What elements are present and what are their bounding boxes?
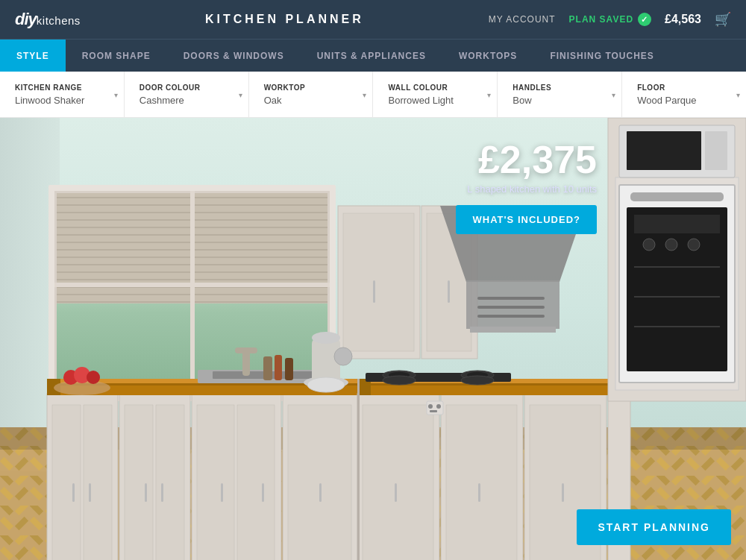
price-overlay: £2,375 L shaped kitchen with 10 units WH… <box>456 140 597 234</box>
svg-rect-11 <box>89 483 91 502</box>
svg-rect-44 <box>213 371 265 379</box>
svg-rect-91 <box>263 356 272 380</box>
kitchen-svg <box>0 118 746 560</box>
svg-point-81 <box>461 376 494 385</box>
svg-rect-15 <box>145 483 147 502</box>
svg-rect-19 <box>237 405 275 560</box>
nav-bar: STYLE ROOM SHAPE DOORS & WINDOWS UNITS &… <box>0 39 746 72</box>
logo[interactable]: diykitchens <box>15 10 81 29</box>
svg-rect-68 <box>705 131 727 170</box>
plan-saved-label: PLAN SAVED <box>569 14 633 25</box>
nav-item-room-shape[interactable]: ROOM SHAPE <box>66 40 167 72</box>
nav-item-finishing-touches[interactable]: FINISHING TOUCHES <box>533 40 670 72</box>
handles-value: Bow <box>513 95 606 106</box>
svg-rect-14 <box>156 405 184 560</box>
logo-diy: diy <box>15 10 37 29</box>
svg-rect-92 <box>275 355 282 380</box>
svg-rect-24 <box>319 483 322 502</box>
svg-rect-97 <box>430 410 437 412</box>
header-price: £4,563 <box>665 13 701 26</box>
style-worktop[interactable]: WORKTOP Oak <box>249 72 374 117</box>
svg-rect-18 <box>197 405 234 560</box>
cart-icon[interactable]: 🛒 <box>715 11 731 28</box>
kitchen-range-value: Linwood Shaker <box>15 95 109 106</box>
nav-item-doors-windows[interactable]: DOORS & WINDOWS <box>167 40 301 72</box>
svg-point-60 <box>643 239 655 251</box>
my-account-link[interactable]: MY ACCOUNT <box>489 14 556 25</box>
wall-colour-value: Borrowed Light <box>388 95 482 106</box>
svg-rect-93 <box>285 358 293 380</box>
handles-label: HANDLES <box>513 84 606 92</box>
svg-rect-49 <box>343 213 414 351</box>
svg-rect-72 <box>477 297 545 300</box>
style-wall-colour[interactable]: WALL COLOUR Borrowed Light <box>373 72 498 117</box>
svg-rect-36 <box>562 483 564 502</box>
nav-item-style[interactable]: STYLE <box>0 40 66 72</box>
worktop-label: WORKTOP <box>264 84 358 92</box>
kitchen-price: £2,375 <box>456 140 597 179</box>
svg-rect-9 <box>84 405 112 560</box>
svg-rect-57 <box>630 192 724 201</box>
svg-rect-102 <box>357 379 360 560</box>
svg-point-62 <box>688 239 700 251</box>
plan-saved-status: PLAN SAVED ✓ <box>569 13 651 26</box>
kitchen-visualizer: £2,375 L shaped kitchen with 10 units WH… <box>0 118 746 560</box>
header-right: MY ACCOUNT PLAN SAVED ✓ £4,563 🛒 <box>489 11 731 28</box>
svg-rect-29 <box>363 405 433 560</box>
app-title: KITCHEN PLANNER <box>205 13 364 26</box>
svg-rect-74 <box>477 315 545 318</box>
plan-saved-checkmark: ✓ <box>638 13 651 26</box>
svg-point-86 <box>307 377 345 392</box>
svg-point-85 <box>334 347 352 365</box>
floor-value: Wood Parque <box>637 95 731 106</box>
kitchen-range-label: KITCHEN RANGE <box>15 84 109 92</box>
worktop-value: Oak <box>264 95 358 106</box>
svg-point-90 <box>87 371 100 384</box>
svg-rect-32 <box>446 405 517 560</box>
svg-point-96 <box>436 404 441 409</box>
svg-point-80 <box>383 376 416 385</box>
svg-rect-21 <box>262 483 264 502</box>
svg-rect-8 <box>52 405 81 560</box>
svg-rect-53 <box>448 280 450 303</box>
floor-label: FLOOR <box>637 84 731 92</box>
nav-item-worktops[interactable]: WORKTOPS <box>442 40 533 72</box>
svg-rect-20 <box>221 483 223 502</box>
kitchen-description: L shaped kitchen with 10 units <box>456 183 597 195</box>
whats-included-button[interactable]: WHAT'S INCLUDED? <box>456 205 597 234</box>
svg-rect-10 <box>72 483 75 502</box>
style-handles[interactable]: HANDLES Bow <box>498 72 622 117</box>
svg-point-95 <box>428 404 433 409</box>
style-kitchen-range[interactable]: KITCHEN RANGE Linwood Shaker <box>0 72 125 117</box>
wall-colour-label: WALL COLOUR <box>388 84 482 92</box>
svg-point-84 <box>312 332 340 344</box>
nav-item-units-appliances[interactable]: UNITS & APPLIANCES <box>301 40 442 72</box>
svg-rect-67 <box>627 131 701 170</box>
door-colour-value: Cashmere <box>140 95 233 106</box>
svg-rect-23 <box>288 405 351 560</box>
style-bar: KITCHEN RANGE Linwood Shaker DOOR COLOUR… <box>0 72 746 118</box>
svg-rect-47 <box>235 347 257 353</box>
header: diykitchens KITCHEN PLANNER MY ACCOUNT P… <box>0 0 746 39</box>
door-colour-label: DOOR COLOUR <box>140 84 233 92</box>
svg-rect-71 <box>470 327 556 333</box>
style-door-colour[interactable]: DOOR COLOUR Cashmere <box>125 72 249 117</box>
svg-rect-50 <box>373 280 375 303</box>
svg-rect-33 <box>478 483 480 502</box>
start-planning-button[interactable]: START PLANNING <box>577 509 731 545</box>
svg-point-61 <box>665 239 677 251</box>
svg-rect-59 <box>634 215 720 233</box>
svg-rect-73 <box>477 306 545 309</box>
svg-rect-16 <box>161 483 163 502</box>
svg-rect-13 <box>125 405 153 560</box>
style-floor[interactable]: FLOOR Wood Parque <box>622 72 746 117</box>
svg-rect-70 <box>466 280 560 329</box>
logo-kitchens: kitchens <box>37 14 81 27</box>
svg-rect-30 <box>395 483 397 502</box>
